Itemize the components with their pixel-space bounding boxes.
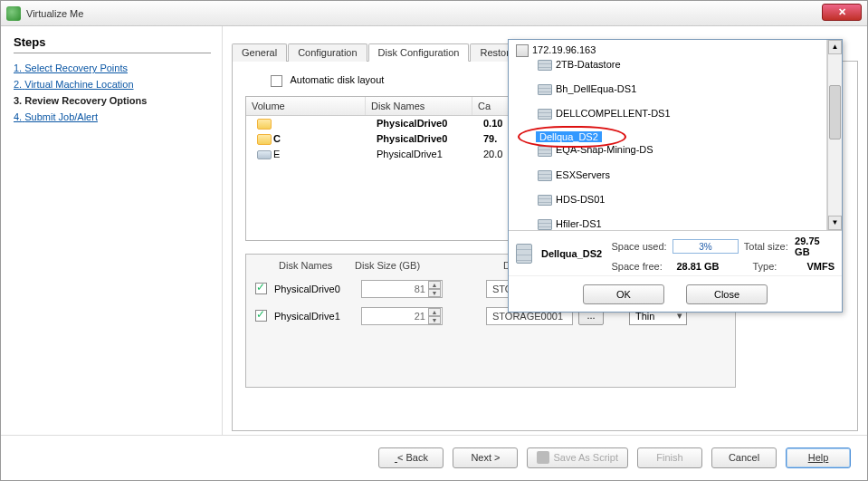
scrollbar-thumb[interactable] [829,85,841,139]
tab-configuration[interactable]: Configuration [288,43,367,62]
tab-disk-configuration[interactable]: Disk Configuration [368,43,470,62]
chevron-down-icon[interactable]: ▼ [428,289,441,297]
help-button[interactable]: Help [786,447,851,468]
ok-button[interactable]: OK [583,284,664,304]
save-as-script-button[interactable]: Save As Script [527,447,628,468]
step-virtual-machine-location[interactable]: 2. Virtual Machine Location [14,79,211,90]
datastore-icon [538,219,552,230]
disk-name-label: PhysicalDrive0 [274,284,361,294]
checkbox-icon [271,75,282,87]
server-icon [516,44,529,57]
tree-datastore-node[interactable]: Hfiler-DS1 [536,217,823,230]
chevron-down-icon[interactable]: ▼ [428,316,441,324]
datastore-icon [538,170,552,181]
include-disk-checkbox[interactable] [255,283,267,294]
datastore-info-bar: Dellqua_DS2 Space used: 3% Total size: 2… [509,230,842,275]
window: Virtualize Me ✕ Steps 1. Select Recovery… [0,0,868,481]
chevron-up-icon[interactable]: ▲ [428,281,441,289]
windows-drive-icon [257,119,272,130]
close-button[interactable]: Close [686,284,768,304]
tree-datastore-node[interactable]: HDS-DS01 [536,193,823,207]
selected-datastore-name: Dellqua_DS2 [541,248,607,259]
tree-datastore-node[interactable]: EQA-Snap-Mining-DS [536,143,823,157]
windows-drive-icon [257,134,272,145]
wizard-button-bar: < Back Next > Save As Script Finish Canc… [1,435,867,480]
include-disk-checkbox[interactable] [255,310,267,322]
datastore-icon [516,244,532,264]
col-disk-names[interactable]: Disk Names [366,97,472,115]
finish-button: Finish [637,447,702,468]
col-volume[interactable]: Volume [246,97,366,115]
tree-datastore-node[interactable]: Bh_DellEqua-DS1 [536,82,823,96]
close-icon[interactable]: ✕ [822,4,862,21]
next-button[interactable]: Next > [453,447,518,468]
datastore-icon [538,146,552,157]
datastore-icon [538,84,552,95]
scrollbar[interactable]: ▲ ▼ [827,40,842,230]
disk-name-label: PhysicalDrive1 [274,311,361,322]
back-button[interactable]: < Back [378,447,444,468]
titlebar: Virtualize Me ✕ [1,1,867,26]
tree-datastore-node[interactable]: 2TB-Datastore [536,58,823,72]
datastore-icon [538,195,552,206]
step-select-recovery-points[interactable]: 1. Select Recovery Points [14,63,211,73]
tab-general[interactable]: General [232,43,287,62]
disk-size-spinner[interactable]: 21 ▲▼ [361,307,443,325]
step-submit-job-alert[interactable]: 4. Submit Job/Alert [14,111,211,122]
steps-sidebar: Steps 1. Select Recovery Points 2. Virtu… [1,26,223,436]
popup-button-bar: OK Close [509,275,842,312]
datastore-icon [538,60,552,71]
app-icon [6,6,21,21]
datastore-browser-popup: 172.19.96.163 2TB-Datastore Bh_DellEqua-… [508,39,843,313]
tree-datastore-node[interactable]: ESXServers [536,168,823,182]
tree-datastore-node[interactable]: DELLCOMPELLENT-DS1 [536,107,823,120]
window-title: Virtualize Me [26,8,83,19]
scroll-up-icon[interactable]: ▲ [828,40,842,54]
chevron-up-icon[interactable]: ▲ [428,308,441,316]
automatic-disk-layout-checkbox[interactable]: Automatic disk layout [271,74,384,85]
datastore-tree[interactable]: 172.19.96.163 2TB-Datastore Bh_DellEqua-… [509,40,827,230]
save-icon [537,451,549,464]
cancel-button[interactable]: Cancel [711,447,777,468]
space-used-bar: 3% [672,239,739,254]
scroll-down-icon[interactable]: ▼ [828,216,842,230]
disk-size-spinner[interactable]: 81 ▲▼ [361,280,443,298]
tree-server-node[interactable]: 172.19.96.163 [514,43,823,58]
disk-icon [257,150,272,159]
steps-heading: Steps [14,35,211,53]
datastore-icon [538,109,552,120]
step-review-recovery-options: 3. Review Recovery Options [14,95,211,106]
tree-datastore-node-selected[interactable]: Dellqua_DS2 [536,131,602,142]
